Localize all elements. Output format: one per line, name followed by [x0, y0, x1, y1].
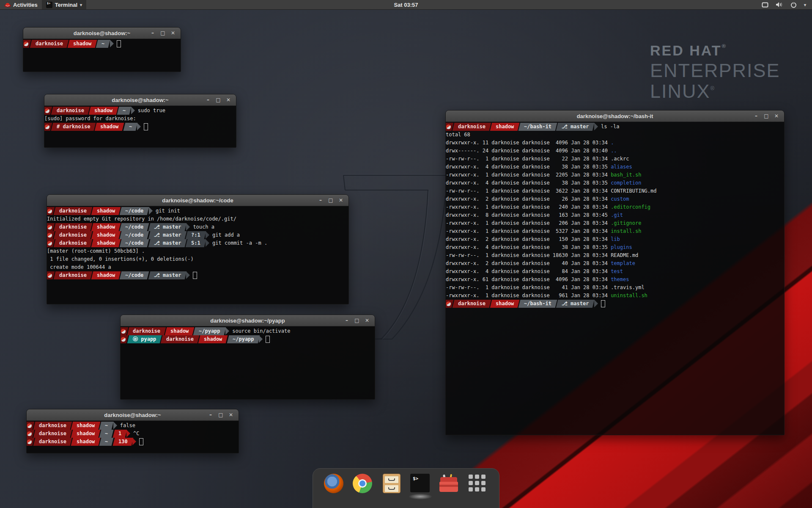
- terminal-text: drwxrwxr-x. 8 darknoise darknoise 163 Ja…: [446, 211, 611, 219]
- terminal-line: darknoiseshadow~ false: [27, 422, 239, 430]
- terminal-body[interactable]: darknoiseshadow~/code git initInitialize…: [47, 206, 348, 304]
- terminal-line: drwxrwxr-x. 4 darknoise darknoise 38 Jan…: [446, 163, 784, 171]
- window-titlebar[interactable]: darknoise@shadow:~ – □ ✕: [23, 28, 181, 39]
- chrome-icon: [353, 474, 372, 493]
- close-button[interactable]: ✕: [227, 412, 235, 418]
- caret-down-icon[interactable]: ▾: [804, 3, 806, 7]
- minimize-button[interactable]: –: [343, 318, 351, 323]
- rhel-logo: RED HAT® ENTERPRISE LINUX®: [650, 43, 780, 101]
- prompt-segment-h: shadow: [95, 123, 124, 131]
- close-button[interactable]: ✕: [363, 318, 371, 323]
- terminal-text: false: [117, 422, 135, 430]
- terminal-text: -rwxrwxr-x. 1 darknoise darknoise 240 Ja…: [446, 203, 611, 211]
- prompt-segment-g: ⎇ master: [148, 223, 187, 231]
- prompt-arrow-icon: [132, 438, 136, 445]
- window-title: darknoise@shadow:~/bash-it: [446, 113, 784, 119]
- prompt-segment-s: ?:1: [186, 231, 206, 239]
- maximize-button[interactable]: □: [214, 97, 222, 103]
- prompt-segment-h: shadow: [490, 123, 520, 131]
- terminal-text: install.sh: [611, 227, 641, 235]
- terminal-text: create mode 100644 a: [47, 263, 111, 271]
- maximize-button[interactable]: □: [217, 412, 225, 418]
- rhel-logo-linux: LINUX®: [650, 82, 780, 101]
- clock-label[interactable]: Sat 03:57: [394, 2, 418, 8]
- prompt-segment-p: ~: [123, 123, 137, 131]
- terminal-line: darknoiseshadow~: [23, 40, 181, 48]
- files-icon: [383, 474, 401, 493]
- terminal-line: drwxrwxr-x. 8 darknoise darknoise 163 Ja…: [446, 211, 784, 219]
- terminal-cursor: [193, 272, 197, 279]
- prompt-segment-u: darknoise: [51, 107, 90, 115]
- close-button[interactable]: ✕: [224, 97, 233, 103]
- minimize-button[interactable]: –: [206, 412, 215, 418]
- dock-item-toolbox[interactable]: [439, 474, 459, 494]
- terminal-line: drwx------. 24 darknoise darknoise 4096 …: [446, 147, 784, 155]
- dock-item-files[interactable]: [381, 474, 402, 494]
- terminal-window: darknoise@shadow:~/code – □ ✕ darknoises…: [47, 194, 349, 304]
- terminal-text: template: [611, 260, 635, 268]
- prompt-arrow-icon: [206, 231, 209, 239]
- window-titlebar[interactable]: darknoise@shadow:~/pyapp – □ ✕: [121, 315, 375, 326]
- prompt-arrow-icon: [110, 40, 114, 47]
- maximize-button[interactable]: □: [762, 113, 771, 119]
- volume-icon[interactable]: [776, 2, 783, 8]
- prompt-segment-h: shadow: [198, 335, 228, 343]
- terminal-line: -rw-rw-r--. 1 darknoise darknoise 3622 J…: [446, 187, 784, 195]
- terminal-text: git commit -a -m .: [209, 239, 267, 247]
- prompt-arrow-icon: [149, 207, 153, 215]
- terminal-line: -rwxrwxr-x. 1 darknoise darknoise 5327 J…: [446, 227, 784, 235]
- prompt-segment-u: darknoise: [453, 123, 491, 131]
- close-button[interactable]: ✕: [169, 30, 177, 36]
- terminal-body[interactable]: darknoiseshadow~/pyapp source bin/activa…: [121, 326, 375, 399]
- display-icon[interactable]: [762, 2, 768, 8]
- maximize-button[interactable]: □: [326, 197, 335, 203]
- window-titlebar[interactable]: darknoise@shadow:~ – □ ✕: [44, 94, 236, 106]
- terminal-text: -rw-rw-r--. 1 darknoise darknoise 22 Jan…: [446, 155, 629, 163]
- system-status-area[interactable]: ▾: [762, 0, 812, 9]
- terminal-line: darknoiseshadow~130: [27, 438, 239, 446]
- dock-item-firefox[interactable]: [324, 474, 344, 494]
- dock-item-chrome[interactable]: [353, 474, 373, 494]
- app-grid-icon: [468, 474, 488, 492]
- window-titlebar[interactable]: darknoise@shadow:~/bash-it – □ ✕: [446, 110, 784, 122]
- activities-button[interactable]: Activities: [0, 0, 42, 9]
- close-button[interactable]: ✕: [337, 197, 345, 203]
- terminal-text: ^C: [130, 430, 140, 438]
- app-menu-terminal[interactable]: $> Terminal ▾: [42, 0, 86, 9]
- window-title: darknoise@shadow:~/pyapp: [121, 318, 375, 324]
- prompt-segment-h: shadow: [71, 422, 101, 430]
- redhat-icon: [4, 2, 11, 8]
- minimize-button[interactable]: –: [204, 97, 212, 103]
- window-titlebar[interactable]: darknoise@shadow:~ – □ ✕: [27, 409, 239, 421]
- close-button[interactable]: ✕: [772, 113, 781, 119]
- prompt-segment-h: shadow: [91, 231, 121, 239]
- prompt-segment-p: ~/bash-it: [518, 123, 557, 131]
- terminal-text: -rwxrwxr-x. 1 darknoise darknoise 5327 J…: [446, 227, 611, 235]
- terminal-text: 1 file changed, 0 insertions(+), 0 delet…: [47, 255, 194, 263]
- terminal-body[interactable]: darknoiseshadow~ sudo true[sudo] passwor…: [44, 106, 236, 147]
- terminal-text: drwxrwxr-x. 4 darknoise darknoise 38 Jan…: [446, 163, 611, 171]
- minimize-button[interactable]: –: [316, 197, 325, 203]
- terminal-body[interactable]: darknoiseshadow~/bash-it⎇ master ls -lat…: [446, 122, 784, 435]
- maximize-button[interactable]: □: [353, 318, 361, 323]
- terminal-text: uninstall.sh: [611, 292, 647, 300]
- prompt-segment-u: darknoise: [54, 207, 93, 215]
- terminal-window: darknoise@shadow:~/pyapp – □ ✕ darknoise…: [120, 315, 375, 400]
- minimize-button[interactable]: –: [752, 113, 760, 119]
- dock-item-terminal[interactable]: $>: [410, 474, 431, 494]
- prompt-arrow-icon: [206, 239, 209, 247]
- active-app-indicator: [409, 494, 432, 500]
- maximize-button[interactable]: □: [159, 30, 167, 36]
- prompt-segment-u: darknoise: [33, 422, 72, 430]
- prompt-arrow-icon: [131, 107, 135, 114]
- terminal-text: [sudo] password for darknoise:: [44, 115, 136, 123]
- terminal-text: custom: [611, 195, 629, 203]
- terminal-line: [master (root-commit) 50bcb63] .: [47, 247, 348, 255]
- terminal-body[interactable]: darknoiseshadow~ falsedarknoiseshadow~1 …: [27, 421, 239, 453]
- terminal-body[interactable]: darknoiseshadow~: [23, 39, 181, 72]
- dock-item-app-grid[interactable]: [468, 474, 488, 494]
- window-titlebar[interactable]: darknoise@shadow:~/code – □ ✕: [47, 195, 348, 206]
- terminal-line: 1 file changed, 0 insertions(+), 0 delet…: [47, 255, 348, 263]
- minimize-button[interactable]: –: [148, 30, 157, 36]
- power-icon[interactable]: [790, 2, 797, 8]
